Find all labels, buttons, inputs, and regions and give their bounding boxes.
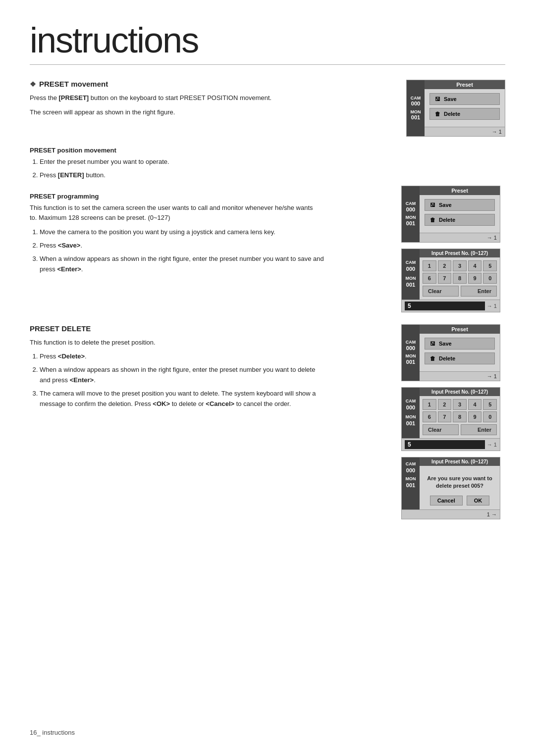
key-6[interactable]: 6 <box>423 273 436 284</box>
save-button-1[interactable]: 🖫 Save <box>429 93 500 105</box>
key-6b[interactable]: 6 <box>423 411 436 422</box>
save-icon-3: 🖫 <box>429 340 436 347</box>
enter-button-2[interactable]: Enter <box>461 424 497 435</box>
preset-delete-desc: This function is to delete the preset po… <box>30 338 317 348</box>
widget-title-3: Preset <box>420 325 500 334</box>
preset-movement-intro2: The screen will appear as shown in the r… <box>30 107 317 118</box>
confirm-cam-col: CAM 000 MON 001 <box>402 457 420 510</box>
cam-label-3: CAM 000 MON 001 <box>402 325 420 381</box>
key-8b[interactable]: 8 <box>453 411 467 422</box>
numpad-grid-area-2: 1 2 3 4 5 6 7 8 9 0 <box>420 396 500 438</box>
preset-menu-widget-1: CAM 000 MON 001 Preset 🖫 Save <box>406 80 505 137</box>
numpad-arrow-2: → 1 <box>485 440 497 449</box>
confirm-content: Are you sure you want to delete preset 0… <box>420 466 500 510</box>
confirm-title: Input Preset No. (0~127) <box>420 457 500 466</box>
numpad-grid-2: 1 2 3 4 5 6 7 8 9 0 <box>423 399 497 422</box>
delete-icon-2: 🗑 <box>429 216 436 223</box>
key-5b[interactable]: 5 <box>483 399 497 410</box>
numpad-input-2[interactable]: 5 <box>405 440 485 449</box>
key-1[interactable]: 1 <box>423 260 436 271</box>
delete-icon-3: 🗑 <box>429 355 436 362</box>
preset-position-list: Enter the preset number you want to oper… <box>30 157 505 181</box>
save-icon-2: 🖫 <box>429 202 436 208</box>
widget-content-2: 🖫 Save 🗑 Delete <box>420 195 500 233</box>
clear-button-2[interactable]: Clear <box>423 424 459 435</box>
cam-label-1: CAM 000 MON 001 <box>407 80 425 136</box>
widget-footer-2: → 1 <box>420 233 500 242</box>
delete-right-col: CAM 000 MON 001 Preset 🖫 Save <box>401 324 505 520</box>
key-2b[interactable]: 2 <box>438 399 452 410</box>
clear-button-1[interactable]: Clear <box>423 286 459 297</box>
key-0b[interactable]: 0 <box>483 411 497 422</box>
numpad-bottom-row-2: Clear Enter <box>423 424 497 435</box>
numpad-footer-2: 5 → 1 <box>402 438 500 451</box>
key-3b[interactable]: 3 <box>453 399 467 410</box>
widget-title-2: Preset <box>420 186 500 195</box>
widget-body-3: Preset 🖫 Save 🗑 Delete <box>420 325 500 381</box>
cancel-button[interactable]: Cancel <box>430 496 463 505</box>
widget-content-3: 🖫 Save 🗑 Delete <box>420 334 500 371</box>
numpad-footer-1: 5 → 1 <box>402 300 500 312</box>
preset-position-header: PRESET position movement <box>30 147 505 154</box>
save-button-3[interactable]: 🖫 Save <box>425 338 495 350</box>
delete-step-1: Press <Delete>. <box>40 352 327 362</box>
delete-button-2[interactable]: 🗑 Delete <box>425 214 495 226</box>
preset-menu-widget-2: CAM 000 MON 001 Preset 🖫 Save <box>401 186 500 243</box>
preset-movement-title: PRESET movement <box>39 80 108 88</box>
numpad-widget-1: CAM 000 MON 001 Input Preset No. (0~127)… <box>401 249 500 312</box>
key-1b[interactable]: 1 <box>423 399 436 410</box>
delete-step-3: The camera will move to the preset posit… <box>40 389 327 409</box>
key-9b[interactable]: 9 <box>468 411 482 422</box>
numpad-header-2: Input Preset No. (0~127) <box>420 388 500 396</box>
numpad-bottom-row-1: Clear Enter <box>423 286 497 297</box>
enter-button-1[interactable]: Enter <box>461 286 497 297</box>
step-1: Enter the preset number you want to oper… <box>40 157 327 167</box>
key-2[interactable]: 2 <box>438 260 452 271</box>
numpad-arrow-1: → 1 <box>485 302 497 310</box>
save-button-2[interactable]: 🖫 Save <box>425 199 495 211</box>
preset-delete-title: PRESET DELETE <box>30 324 91 333</box>
step-2: Press [ENTER] button. <box>40 170 327 181</box>
preset-delete-section: PRESET DELETE This function is to delete… <box>30 324 505 520</box>
key-7[interactable]: 7 <box>438 273 452 284</box>
widget-title-1: Preset <box>425 80 505 89</box>
widget-footer-3: → 1 <box>420 371 500 381</box>
preset-position-subsection: PRESET position movement Enter the prese… <box>30 147 505 181</box>
delete-button-3[interactable]: 🗑 Delete <box>425 353 495 364</box>
key-0[interactable]: 0 <box>483 273 497 284</box>
numpad-grid-1: 1 2 3 4 5 6 7 8 9 0 <box>423 260 497 284</box>
preset-movement-widget: CAM 000 MON 001 Preset 🖫 Save <box>406 80 505 137</box>
ok-button[interactable]: OK <box>467 496 490 505</box>
key-8[interactable]: 8 <box>453 273 467 284</box>
key-5[interactable]: 5 <box>483 260 497 271</box>
prog-step-3: When a window appears as shown in the ri… <box>40 254 327 275</box>
numpad-cam-col-2: CAM 000 MON 001 <box>402 388 420 438</box>
preset-movement-header: ❖ PRESET movement <box>30 80 396 88</box>
numpad-input-1[interactable]: 5 <box>405 302 485 310</box>
preset-movement-section: ❖ PRESET movement Press the [PRESET] but… <box>30 80 505 312</box>
preset-movement-intro1: Press the [PRESET] button on the keyboar… <box>30 93 317 103</box>
diamond-icon: ❖ <box>30 80 36 88</box>
key-7b[interactable]: 7 <box>438 411 452 422</box>
numpad-grid-area-1: 1 2 3 4 5 6 7 8 9 0 <box>420 257 500 300</box>
widget-body-2: Preset 🖫 Save 🗑 Delete <box>420 186 500 242</box>
numpad-widget-2: CAM 000 MON 001 Input Preset No. (0~127)… <box>401 387 500 451</box>
confirm-buttons: Cancel OK <box>425 496 495 505</box>
key-9[interactable]: 9 <box>468 273 482 284</box>
preset-delete-list: Press <Delete>. When a window appears as… <box>30 352 389 409</box>
key-3[interactable]: 3 <box>453 260 467 271</box>
preset-programming-desc: This function is to set the camera scree… <box>30 203 317 224</box>
widget-footer-1: → 1 <box>425 127 505 136</box>
save-icon-1: 🖫 <box>434 96 441 102</box>
confirm-widget: CAM 000 MON 001 Input Preset No. (0~127)… <box>401 457 500 520</box>
page-title: instructions <box>30 20 505 65</box>
page-footer: 16_ instructions <box>30 729 75 736</box>
key-4[interactable]: 4 <box>468 260 482 271</box>
delete-step-2: When a window appears as shown in the ri… <box>40 365 327 386</box>
preset-programming-section: PRESET programming This function is to s… <box>30 186 505 312</box>
delete-icon-1: 🗑 <box>434 110 441 117</box>
cam-label-2: CAM 000 MON 001 <box>402 186 420 242</box>
key-4b[interactable]: 4 <box>468 399 482 410</box>
delete-button-1[interactable]: 🗑 Delete <box>429 108 500 120</box>
preset-programming-header: PRESET programming <box>30 193 391 200</box>
